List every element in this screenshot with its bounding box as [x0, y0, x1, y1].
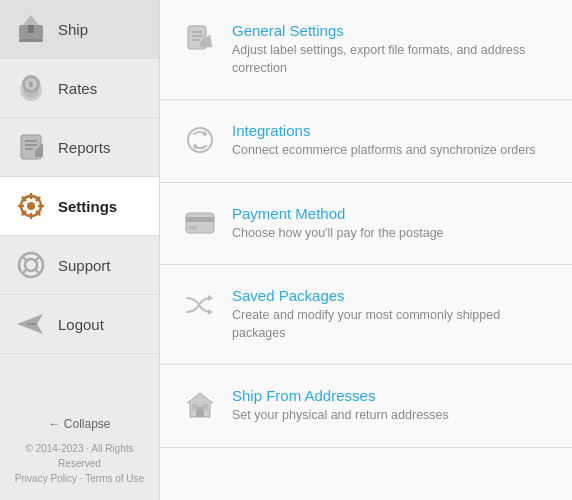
sidebar-footer: © 2014-2023 · All Rights Reserved Privac…: [0, 437, 159, 490]
general-settings-text: General Settings Adjust label settings, …: [232, 22, 548, 77]
svg-rect-42: [186, 213, 214, 233]
settings-item-addresses[interactable]: Ship From Addresses Set your physical an…: [160, 365, 572, 448]
svg-line-30: [35, 269, 39, 273]
packages-text: Saved Packages Create and modify your mo…: [232, 287, 548, 342]
rates-icon: $: [12, 69, 50, 107]
logout-icon: [12, 305, 50, 343]
svg-marker-1: [23, 15, 39, 25]
sidebar-item-ship[interactable]: Ship: [0, 0, 159, 59]
main-content: General Settings Adjust label settings, …: [160, 0, 572, 500]
terms-link[interactable]: Terms of Use: [85, 473, 144, 484]
integrations-desc: Connect ecommerce platforms and synchron…: [232, 142, 536, 160]
sidebar-item-support-label: Support: [58, 257, 111, 274]
sidebar-item-ship-label: Ship: [58, 21, 88, 38]
svg-line-27: [23, 257, 27, 261]
addresses-desc: Set your physical and return addresses: [232, 407, 449, 425]
sidebar-bottom: ← Collapse © 2014-2023 · All Rights Rese…: [0, 401, 159, 500]
svg-text:$: $: [29, 81, 33, 89]
support-icon: [12, 246, 50, 284]
ship-icon: [12, 10, 50, 48]
addresses-text: Ship From Addresses Set your physical an…: [232, 387, 449, 425]
svg-line-28: [35, 257, 39, 261]
svg-point-26: [25, 259, 37, 271]
sidebar-item-rates[interactable]: $ Rates: [0, 59, 159, 118]
settings-icon: [12, 187, 50, 225]
svg-rect-43: [186, 217, 214, 222]
addresses-icon: [184, 389, 216, 421]
sidebar-item-reports[interactable]: Reports: [0, 118, 159, 177]
packages-title: Saved Packages: [232, 287, 548, 304]
general-settings-desc: Adjust label settings, export file forma…: [232, 42, 548, 77]
payment-title: Payment Method: [232, 205, 444, 222]
packages-icon: [184, 289, 216, 321]
addresses-title: Ship From Addresses: [232, 387, 449, 404]
collapse-button[interactable]: ← Collapse: [0, 411, 159, 437]
sidebar-item-reports-label: Reports: [58, 139, 111, 156]
payment-desc: Choose how you'll pay for the postage: [232, 225, 444, 243]
settings-item-payment[interactable]: Payment Method Choose how you'll pay for…: [160, 183, 572, 266]
general-settings-title: General Settings: [232, 22, 548, 39]
svg-rect-2: [28, 25, 34, 33]
payment-icon: [184, 207, 216, 239]
svg-marker-46: [208, 295, 213, 301]
integrations-icon: [184, 124, 216, 156]
svg-rect-3: [19, 39, 43, 42]
payment-text: Payment Method Choose how you'll pay for…: [232, 205, 444, 243]
integrations-title: Integrations: [232, 122, 536, 139]
privacy-policy-link[interactable]: Privacy Policy: [15, 473, 77, 484]
packages-desc: Create and modify your most commonly shi…: [232, 307, 548, 342]
integrations-text: Integrations Connect ecommerce platforms…: [232, 122, 536, 160]
settings-item-integrations[interactable]: Integrations Connect ecommerce platforms…: [160, 100, 572, 183]
sidebar-item-logout[interactable]: Logout: [0, 295, 159, 354]
svg-point-16: [27, 202, 35, 210]
settings-item-general[interactable]: General Settings Adjust label settings, …: [160, 0, 572, 100]
sidebar-item-settings-label: Settings: [58, 198, 117, 215]
sidebar-item-support[interactable]: Support: [0, 236, 159, 295]
svg-line-29: [23, 269, 27, 273]
svg-rect-49: [192, 404, 198, 410]
settings-item-packages[interactable]: Saved Packages Create and modify your mo…: [160, 265, 572, 365]
reports-icon: [12, 128, 50, 166]
svg-rect-50: [202, 404, 208, 410]
sidebar-item-settings[interactable]: Settings: [0, 177, 159, 236]
svg-rect-44: [189, 226, 197, 229]
general-settings-icon: [184, 24, 216, 56]
sidebar-item-rates-label: Rates: [58, 80, 97, 97]
sidebar-item-logout-label: Logout: [58, 316, 104, 333]
sidebar: Ship $ Rates Reports: [0, 0, 160, 500]
svg-marker-45: [208, 309, 213, 315]
